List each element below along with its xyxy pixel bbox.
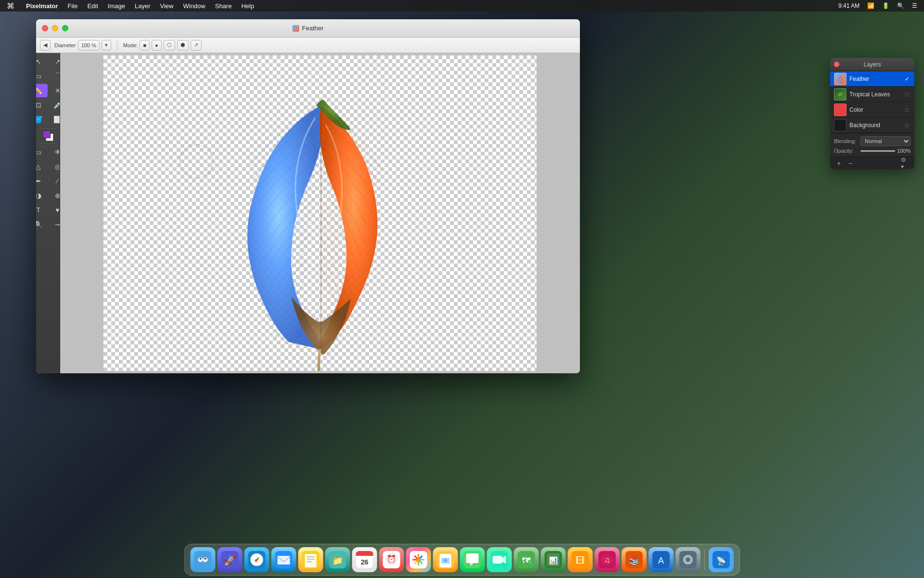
svg-text:♫: ♫ — [604, 556, 610, 564]
dock-preview[interactable] — [433, 547, 458, 572]
blending-select[interactable]: Normal Multiply Screen Overlay — [860, 136, 911, 146]
dock-launchpad[interactable]: 🚀 — [218, 547, 243, 572]
dock-notes[interactable] — [298, 547, 323, 572]
tool-heart[interactable]: ♥ — [49, 203, 61, 217]
title-bar: Feather — [36, 19, 580, 38]
tool-rect-shape[interactable]: ▭ — [36, 145, 48, 159]
canvas-area[interactable] — [60, 53, 580, 373]
dock-safari[interactable] — [244, 547, 270, 572]
svg-text:📁: 📁 — [333, 555, 344, 566]
dock-appstore[interactable]: A — [649, 547, 674, 572]
menubar-image[interactable]: Image — [103, 0, 130, 12]
tool-eyedrop2[interactable]: ⊸ — [49, 218, 61, 231]
zoom-value[interactable]: 100 % — [78, 40, 100, 51]
menubar-view[interactable]: View — [155, 0, 179, 12]
svg-point-6 — [205, 558, 206, 560]
control-center-icon[interactable]: ☰ — [909, 2, 920, 9]
layer-visibility-color[interactable]: ◻ — [905, 107, 911, 113]
menubar-app-name[interactable]: Pixelmator — [21, 0, 63, 12]
mode-option2[interactable]: ⬢ — [177, 40, 189, 51]
svg-point-5 — [200, 558, 202, 560]
blending-label: Blending: — [834, 138, 860, 144]
layer-visibility-background[interactable]: ◻ — [905, 122, 911, 128]
mode-option1[interactable]: ⬡ — [164, 40, 175, 51]
layer-thumb-feather — [834, 73, 847, 85]
tool-dodge[interactable]: ◑ — [36, 189, 48, 202]
dock-maps[interactable]: 🗺 — [514, 547, 539, 572]
tool-stamp[interactable]: ⊕ — [49, 189, 61, 202]
canvas[interactable] — [103, 55, 537, 371]
tool-row-paint: 🪣 ⬜ — [36, 113, 60, 126]
menubar-file[interactable]: File — [63, 0, 82, 12]
layers-settings-button[interactable]: ⚙ ▾ — [901, 159, 911, 168]
svg-text:26: 26 — [361, 558, 369, 566]
opacity-label: Opacity: — [834, 148, 860, 154]
tool-zoom[interactable]: 🔍 — [36, 218, 48, 231]
dock-facetime[interactable] — [487, 547, 512, 572]
tool-eraser[interactable]: ✕ — [49, 84, 61, 97]
menubar: ⌘ Pixelmator File Edit Image Layer View … — [0, 0, 924, 12]
tool-row-zoom: 🔍 ⊸ — [36, 218, 60, 231]
dock-books[interactable]: 📚 — [622, 547, 647, 572]
menubar-layer[interactable]: Layer — [130, 0, 155, 12]
layer-visibility-tropical[interactable]: ◻ — [905, 92, 911, 97]
toolbar-nav: ◀ — [40, 40, 51, 51]
tool-crop[interactable]: ⊡ — [36, 98, 48, 112]
tool-brush[interactable]: ✏️ — [36, 84, 48, 97]
remove-layer-button[interactable]: − — [846, 159, 855, 168]
opacity-slider[interactable] — [860, 150, 895, 152]
maximize-button[interactable] — [62, 25, 68, 31]
fg-color-box[interactable] — [43, 131, 51, 138]
mode-circle[interactable]: ● — [152, 40, 162, 51]
tool-sharpen[interactable]: △ — [36, 160, 48, 173]
dock-keynote[interactable]: 🎞 — [568, 547, 593, 572]
dock-messages[interactable] — [460, 547, 485, 572]
dock-files[interactable]: 📁 — [325, 547, 350, 572]
tool-text[interactable]: T — [36, 203, 48, 217]
mode-option3[interactable]: ↗ — [191, 40, 202, 51]
dock-finder[interactable] — [191, 547, 216, 572]
dock-photos[interactable] — [406, 547, 431, 572]
dock-reminders[interactable]: ⏰ — [379, 547, 404, 572]
add-layer-button[interactable]: + — [834, 159, 844, 168]
tool-gradient[interactable]: ⬜ — [49, 113, 61, 126]
layer-background[interactable]: Background ◻ — [830, 118, 914, 133]
tool-dropper[interactable]: 💉 — [49, 98, 61, 112]
tool-lasso[interactable]: ⌒ — [49, 69, 61, 83]
menubar-window[interactable]: Window — [178, 0, 210, 12]
color-indicator[interactable] — [43, 131, 53, 141]
layer-thumb-tropical — [834, 88, 847, 101]
tool-pen[interactable]: ✒ — [36, 174, 48, 188]
tool-line[interactable]: ⁄ — [49, 174, 61, 188]
dock-airdrop[interactable]: 📡 — [709, 547, 734, 572]
feather-artwork — [103, 55, 537, 371]
tool-select-arrow[interactable]: ↗ — [49, 55, 61, 68]
tool-move[interactable]: ↖ — [36, 55, 48, 68]
apple-menu[interactable]: ⌘ — [0, 0, 21, 12]
dock-music[interactable]: ♫ — [595, 547, 620, 572]
svg-text:⏰: ⏰ — [387, 554, 397, 564]
layers-close-button[interactable] — [834, 62, 839, 67]
menubar-help[interactable]: Help — [236, 0, 259, 12]
search-icon[interactable]: 🔍 — [894, 2, 907, 9]
svg-point-32 — [444, 559, 448, 563]
dock-numbers[interactable]: 📊 — [541, 547, 566, 572]
layer-tropical-leaves[interactable]: Tropical Leaves ◻ — [830, 87, 914, 102]
tool-paint-bucket[interactable]: 🪣 — [36, 113, 48, 126]
menubar-edit[interactable]: Edit — [82, 0, 103, 12]
dock-mail[interactable] — [271, 547, 296, 572]
minimize-button[interactable] — [52, 25, 58, 31]
svg-rect-35 — [493, 556, 502, 564]
close-button[interactable] — [42, 25, 48, 31]
tool-rect-select[interactable]: ▭ — [36, 69, 48, 83]
zoom-dropdown[interactable]: ▾ — [102, 40, 111, 51]
back-button[interactable]: ◀ — [40, 40, 51, 51]
mode-square[interactable]: ■ — [140, 40, 150, 51]
tool-blur[interactable]: ◎ — [49, 160, 61, 173]
menubar-share[interactable]: Share — [210, 0, 237, 12]
tool-eye[interactable]: 👁 — [49, 145, 61, 159]
dock-calendar[interactable]: 26 — [352, 547, 377, 572]
dock-system-preferences[interactable] — [676, 547, 701, 572]
layer-feather[interactable]: Feather ✓ — [830, 71, 914, 87]
layer-color[interactable]: Color ◻ — [830, 102, 914, 118]
